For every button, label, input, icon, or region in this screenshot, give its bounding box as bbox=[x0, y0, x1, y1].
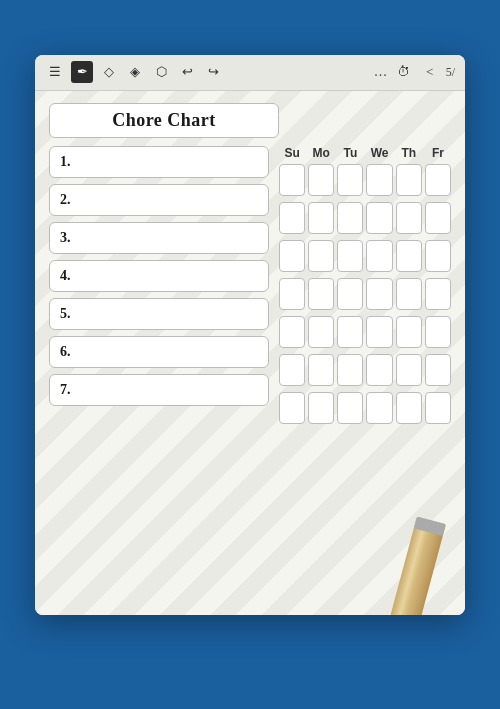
highlighter-icon[interactable]: ◇ bbox=[99, 62, 119, 82]
cell-4-4[interactable] bbox=[366, 278, 392, 310]
chore-item-7[interactable]: 7. bbox=[49, 374, 269, 406]
shape-icon[interactable]: ⬡ bbox=[151, 62, 171, 82]
check-row-4 bbox=[279, 278, 451, 310]
cell-4-3[interactable] bbox=[337, 278, 363, 310]
day-headers: Su Mo Tu We Th Fr bbox=[279, 146, 451, 160]
cell-3-2[interactable] bbox=[308, 240, 334, 272]
cell-2-4[interactable] bbox=[366, 202, 392, 234]
cell-1-4[interactable] bbox=[366, 164, 392, 196]
cell-7-5[interactable] bbox=[396, 392, 422, 424]
content-area: Chore Chart 1. 2. 3. 4. 5. 6. 7. S bbox=[35, 91, 465, 615]
cell-5-2[interactable] bbox=[308, 316, 334, 348]
cell-5-4[interactable] bbox=[366, 316, 392, 348]
cell-1-6[interactable] bbox=[425, 164, 451, 196]
cell-5-6[interactable] bbox=[425, 316, 451, 348]
cell-4-5[interactable] bbox=[396, 278, 422, 310]
cell-3-5[interactable] bbox=[396, 240, 422, 272]
page-indicator: 5/ bbox=[446, 65, 455, 80]
cell-5-5[interactable] bbox=[396, 316, 422, 348]
chore-item-5[interactable]: 5. bbox=[49, 298, 269, 330]
main-grid: 1. 2. 3. 4. 5. 6. 7. Su Mo Tu We bbox=[49, 146, 451, 603]
check-row-5 bbox=[279, 316, 451, 348]
device-frame: ☰ ✒ ◇ ◈ ⬡ ↩ ↪ ... ⏱ < 5/ Chore Chart 1. … bbox=[35, 55, 465, 615]
chore-item-1[interactable]: 1. bbox=[49, 146, 269, 178]
cell-7-3[interactable] bbox=[337, 392, 363, 424]
chart-title: Chore Chart bbox=[49, 103, 279, 138]
cell-1-2[interactable] bbox=[308, 164, 334, 196]
check-row-1 bbox=[279, 164, 451, 196]
cell-4-2[interactable] bbox=[308, 278, 334, 310]
pen-icon[interactable]: ✒ bbox=[71, 61, 93, 83]
cell-6-6[interactable] bbox=[425, 354, 451, 386]
chore-item-6[interactable]: 6. bbox=[49, 336, 269, 368]
cell-2-1[interactable] bbox=[279, 202, 305, 234]
cell-1-3[interactable] bbox=[337, 164, 363, 196]
day-we: We bbox=[366, 146, 392, 160]
cell-2-3[interactable] bbox=[337, 202, 363, 234]
cell-6-4[interactable] bbox=[366, 354, 392, 386]
check-row-6 bbox=[279, 354, 451, 386]
cell-6-3[interactable] bbox=[337, 354, 363, 386]
cell-1-5[interactable] bbox=[396, 164, 422, 196]
cell-5-3[interactable] bbox=[337, 316, 363, 348]
cell-5-1[interactable] bbox=[279, 316, 305, 348]
back-icon[interactable]: < bbox=[420, 62, 440, 82]
cell-6-5[interactable] bbox=[396, 354, 422, 386]
content-inner: Chore Chart 1. 2. 3. 4. 5. 6. 7. S bbox=[49, 103, 451, 603]
chore-item-2[interactable]: 2. bbox=[49, 184, 269, 216]
check-row-7 bbox=[279, 392, 451, 424]
chore-item-4[interactable]: 4. bbox=[49, 260, 269, 292]
check-row-3 bbox=[279, 240, 451, 272]
chore-item-3[interactable]: 3. bbox=[49, 222, 269, 254]
day-tu: Tu bbox=[337, 146, 363, 160]
cell-7-2[interactable] bbox=[308, 392, 334, 424]
cell-4-6[interactable] bbox=[425, 278, 451, 310]
cell-6-1[interactable] bbox=[279, 354, 305, 386]
check-row-2 bbox=[279, 202, 451, 234]
cell-4-1[interactable] bbox=[279, 278, 305, 310]
undo-icon[interactable]: ↩ bbox=[177, 62, 197, 82]
day-fr: Fr bbox=[425, 146, 451, 160]
menu-icon[interactable]: ☰ bbox=[45, 62, 65, 82]
chore-list: 1. 2. 3. 4. 5. 6. 7. bbox=[49, 146, 269, 603]
eraser-icon[interactable]: ◈ bbox=[125, 62, 145, 82]
cell-2-2[interactable] bbox=[308, 202, 334, 234]
toolbar: ☰ ✒ ◇ ◈ ⬡ ↩ ↪ ... ⏱ < 5/ bbox=[35, 55, 465, 91]
cell-3-6[interactable] bbox=[425, 240, 451, 272]
day-th: Th bbox=[396, 146, 422, 160]
cell-2-6[interactable] bbox=[425, 202, 451, 234]
day-mo: Mo bbox=[308, 146, 334, 160]
redo-icon[interactable]: ↪ bbox=[203, 62, 223, 82]
cell-3-1[interactable] bbox=[279, 240, 305, 272]
cell-7-1[interactable] bbox=[279, 392, 305, 424]
cell-7-4[interactable] bbox=[366, 392, 392, 424]
cell-7-6[interactable] bbox=[425, 392, 451, 424]
cell-6-2[interactable] bbox=[308, 354, 334, 386]
day-su: Su bbox=[279, 146, 305, 160]
cell-3-4[interactable] bbox=[366, 240, 392, 272]
timer-icon[interactable]: ⏱ bbox=[394, 62, 414, 82]
cell-1-1[interactable] bbox=[279, 164, 305, 196]
cell-3-3[interactable] bbox=[337, 240, 363, 272]
more-options-icon[interactable]: ... bbox=[374, 64, 388, 80]
cell-2-5[interactable] bbox=[396, 202, 422, 234]
